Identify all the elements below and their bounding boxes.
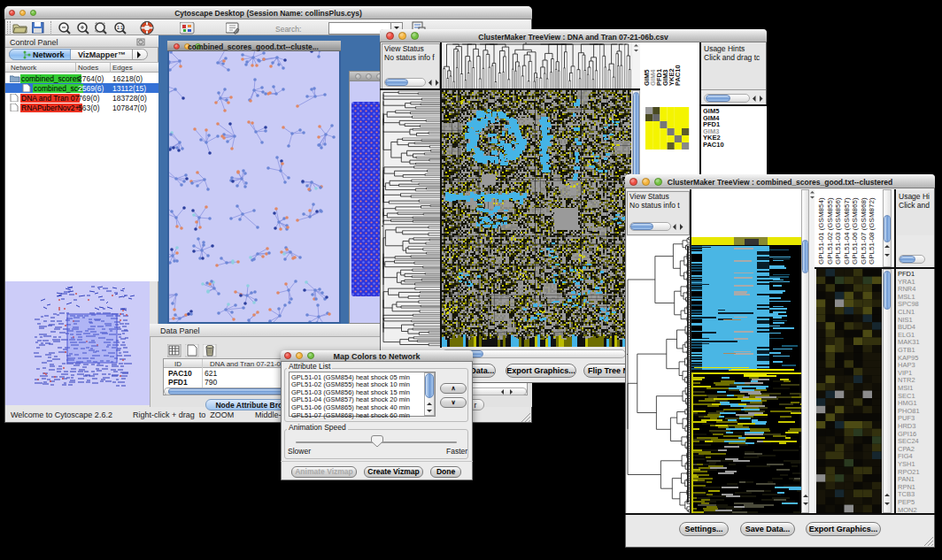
svg-text:1:1: 1:1 bbox=[117, 25, 123, 30]
